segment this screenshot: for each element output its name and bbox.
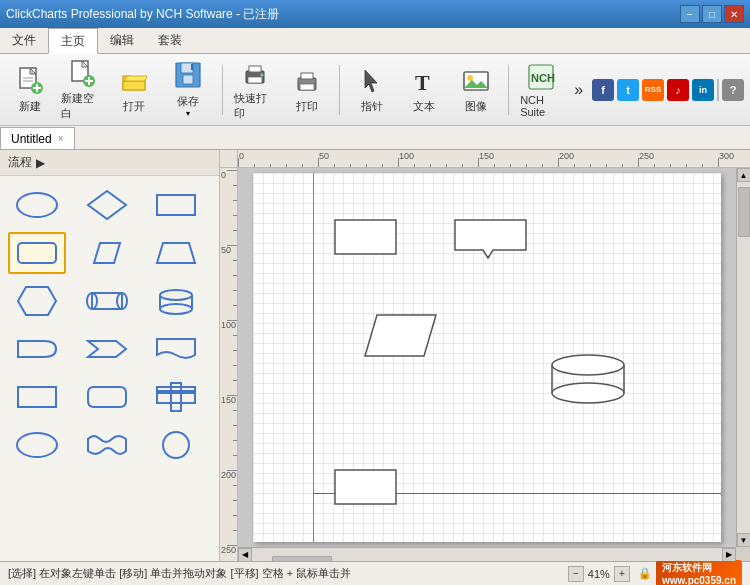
facebook-icon[interactable]: f: [592, 79, 614, 101]
scroll-up-button[interactable]: ▲: [737, 168, 751, 182]
text-button[interactable]: T 文本: [400, 61, 448, 119]
shape-trapezoid[interactable]: [147, 232, 205, 274]
shape-oval[interactable]: [8, 184, 66, 226]
scroll-track-v: [737, 182, 750, 533]
open-button[interactable]: 打开: [110, 61, 158, 119]
toolbar: 新建 新建空白 打开: [0, 54, 750, 126]
divider-2: [339, 65, 340, 115]
shape-parallelogram[interactable]: [78, 232, 136, 274]
menu-suite[interactable]: 套装: [146, 28, 194, 53]
shape-circle[interactable]: [147, 424, 205, 466]
svg-point-26: [467, 75, 473, 81]
shapes-panel: 流程 ▶: [0, 150, 220, 561]
canvas-paper: [253, 173, 721, 542]
help-icon[interactable]: ?: [722, 79, 744, 101]
svg-marker-35: [94, 243, 120, 263]
menu-edit[interactable]: 编辑: [98, 28, 146, 53]
nch-button[interactable]: NCH NCH Suite: [517, 61, 565, 119]
shape-hexagon[interactable]: [8, 280, 66, 322]
canvas-shape-3[interactable]: [363, 313, 438, 358]
status-text: [选择] 在对象左键单击 [移动] 单击并拖动对象 [平移] 空格 + 鼠标单击…: [8, 566, 560, 581]
scrollbar-vertical[interactable]: ▲ ▼: [736, 168, 750, 547]
canvas-tab[interactable]: Untitled ×: [0, 127, 75, 149]
scroll-down-button[interactable]: ▼: [737, 533, 751, 547]
print-label: 打印: [296, 99, 318, 114]
tab-close[interactable]: ×: [58, 133, 64, 144]
canvas-shape-5[interactable]: [333, 468, 398, 506]
menu-home[interactable]: 主页: [48, 28, 98, 54]
scrollbar-horizontal[interactable]: ◀ ▶: [238, 547, 736, 561]
shape-chevron[interactable]: [78, 328, 136, 370]
pointer-label: 指针: [361, 99, 383, 114]
minimize-button[interactable]: −: [680, 5, 700, 23]
shape-wave[interactable]: [78, 424, 136, 466]
menubar: 文件 主页 编辑 套装: [0, 28, 750, 54]
open-icon: [118, 66, 150, 97]
text-label: 文本: [413, 99, 435, 114]
shape-rounded-rect[interactable]: [8, 232, 66, 274]
svg-point-19: [261, 73, 264, 76]
shapes-grid: [0, 176, 219, 474]
svg-rect-18: [249, 66, 261, 72]
rss-icon[interactable]: RSS: [642, 79, 664, 101]
shape-soft-rect[interactable]: [78, 376, 136, 418]
canvas-inner: [238, 168, 736, 547]
shape-rect2[interactable]: [8, 376, 66, 418]
save-icon: [173, 60, 203, 92]
canvas-shape-4[interactable]: [548, 353, 628, 405]
svg-point-31: [17, 193, 57, 217]
close-button[interactable]: ✕: [724, 5, 744, 23]
zoom-out-button[interactable]: −: [568, 566, 584, 582]
canvas-scroll[interactable]: [238, 168, 736, 547]
svg-rect-21: [300, 84, 314, 90]
svg-rect-46: [18, 387, 56, 407]
music-icon[interactable]: ♪: [667, 79, 689, 101]
svg-rect-14: [183, 75, 193, 84]
ruler-top-content: 050100150200250300: [238, 150, 750, 168]
image-button[interactable]: 图像: [452, 61, 500, 119]
svg-rect-34: [18, 243, 56, 263]
menu-file[interactable]: 文件: [0, 28, 48, 53]
open-label: 打开: [123, 99, 145, 114]
shape-cylinder[interactable]: [147, 280, 205, 322]
more-button[interactable]: »: [569, 61, 588, 119]
shape-plus[interactable]: [147, 376, 205, 418]
save-main[interactable]: 保存: [162, 61, 214, 109]
shape-ellipse2[interactable]: [8, 424, 66, 466]
canvas-shape-2[interactable]: [453, 218, 528, 260]
svg-marker-36: [157, 243, 195, 263]
scroll-thumb-h[interactable]: [272, 556, 332, 562]
scroll-right-button[interactable]: ▶: [722, 548, 736, 562]
save-dropdown[interactable]: ▾: [162, 109, 214, 119]
new-blank-button[interactable]: 新建空白: [58, 61, 106, 119]
canvas-area: 050100150200250300 050100150200250: [220, 150, 750, 561]
new-blank-label: 新建空白: [61, 91, 103, 121]
svg-marker-51: [365, 315, 436, 356]
pointer-button[interactable]: 指针: [348, 61, 396, 119]
svg-marker-23: [365, 70, 377, 92]
maximize-button[interactable]: □: [702, 5, 722, 23]
nch-icon: NCH: [525, 62, 557, 92]
shape-doc[interactable]: [147, 328, 205, 370]
shape-stadium[interactable]: [78, 280, 136, 322]
app-title: ClickCharts Professional by NCH Software…: [6, 6, 279, 23]
print-button[interactable]: 打印: [283, 61, 331, 119]
quickprint-button[interactable]: 快速打印: [231, 61, 279, 119]
shape-rectangle[interactable]: [147, 184, 205, 226]
scroll-left-button[interactable]: ◀: [238, 548, 252, 562]
shape-diamond[interactable]: [78, 184, 136, 226]
svg-rect-56: [335, 470, 396, 504]
canvas-shape-1[interactable]: [333, 218, 398, 256]
linkedin-icon[interactable]: in: [692, 79, 714, 101]
zoom-in-button[interactable]: +: [614, 566, 630, 582]
scroll-thumb-v[interactable]: [738, 187, 750, 237]
svg-point-44: [160, 304, 192, 314]
canvas-vline: [313, 173, 314, 542]
quickprint-label: 快速打印: [234, 91, 276, 121]
twitter-icon[interactable]: t: [617, 79, 639, 101]
save-button[interactable]: 保存 ▾: [162, 61, 214, 119]
new-button[interactable]: 新建: [6, 61, 54, 119]
shape-rect-rounded-right[interactable]: [8, 328, 66, 370]
zoom-level: 41%: [588, 568, 610, 580]
titlebar: ClickCharts Professional by NCH Software…: [0, 0, 750, 28]
